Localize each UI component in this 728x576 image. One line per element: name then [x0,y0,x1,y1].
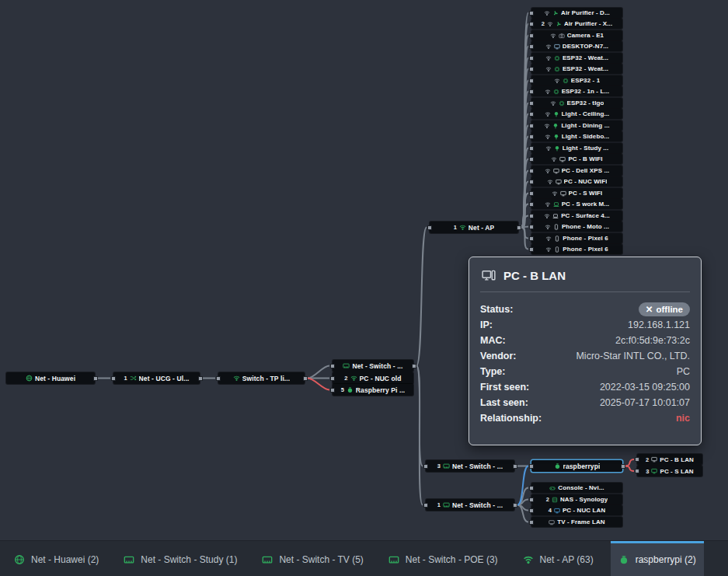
wire-sw_top-net_ap [416,228,427,366]
node-leaf17[interactable]: PC - S work M... [531,199,622,209]
node-huawei[interactable]: Net - Huawei [6,372,95,384]
tab-label: Net - AP (63) [540,554,594,565]
connector-port-left [529,247,534,252]
connector-port-left [427,225,432,230]
connector-port-left [635,457,639,462]
node-tv_frame[interactable]: TV - Frame LAN [531,517,622,527]
node-label: PC - B LAN [660,456,694,463]
node-label: Light - Sidebo... [562,133,610,140]
connector-port-right [303,376,308,381]
node-label: Phone - Pixel 6 [563,235,608,242]
connector-port-left [529,464,534,469]
node-tp[interactable]: Switch - TP li... [218,372,305,384]
chip-icon [563,78,569,84]
connector-port-left [529,124,534,128]
tab-net-switch-poe-3[interactable]: Net - Switch - POE (3) [381,541,506,576]
tv-icon [549,519,555,525]
connector-port-right [412,364,416,368]
node-label: Net - Huawei [35,375,75,382]
node-sw4[interactable]: 1Net - Switch - ... [426,499,514,511]
node-label: Raspberry Pi ... [356,386,406,394]
node-pc_b_lan[interactable]: 2PC - B LAN [637,454,702,465]
tooltip-label: Vendor: [480,351,517,361]
tooltip-value: 2c:f0:5d:9e:73:2c [615,335,690,346]
node-leaf11[interactable]: Light - Sidebo... [531,131,622,141]
port-number: 2 [546,496,549,503]
node-leaf14[interactable]: PC - Dell XPS ... [531,166,622,176]
node-label: PC - NUC WIFI [564,178,608,185]
node-console[interactable]: Console - Nvi... [531,483,622,493]
tab-raspberrypi-2[interactable]: raspberrypi (2) [611,541,704,576]
phone-icon [554,236,560,242]
tooltip-rows: Status:✕offlineIP:192.168.1.121MAC:2c:f0… [480,302,690,426]
node-pc_nuc_old[interactable]: 2PC - NUC old [333,372,413,384]
node-nas[interactable]: 2NAS - Synology [531,494,622,504]
node-leaf15[interactable]: PC - NUC WIFI [531,176,622,187]
connector-port-left [216,376,221,381]
tooltip-label: Relationship: [480,413,542,424]
tab-net-huawei-2[interactable]: Net - Huawei (2) [6,541,106,576]
connector-port-left [529,202,534,207]
node-leaf5[interactable]: ESP32 - Weat... [531,64,622,74]
fan-icon [552,10,559,16]
bulb-icon [554,145,560,152]
ethernet-icon [388,554,399,565]
connector-port-left [529,44,534,49]
port-number: 1 [454,224,457,231]
ethernet-icon [443,463,450,470]
node-leaf21[interactable]: Phone - Pixel 6 [531,244,622,254]
node-leaf4[interactable]: ESP32 - Weat... [531,53,622,63]
gamepad-icon [549,485,556,491]
node-pc_s_lan[interactable]: 3PC - S LAN [637,466,702,477]
monitor-icon [651,468,657,474]
node-leaf13[interactable]: PC - B WIFI [531,154,622,164]
node-leaf7[interactable]: ESP32 - 1n - L... [531,86,622,96]
node-leaf9[interactable]: Light - Ceiling... [531,109,622,119]
node-label: TV - Frame LAN [557,518,604,525]
close-icon: ✕ [646,304,653,315]
bottom-tab-bar: Net - Huawei (2)Net - Switch - Study (1)… [0,540,728,576]
tooltip-value: 2022-03-15 09:25:00 [600,382,690,393]
node-label: PC - NUC LAN [563,507,605,514]
node-leaf2[interactable]: Camera - E1 [531,30,622,40]
node-sw_top[interactable]: Net - Switch - ... [333,360,413,372]
tab-net-ap-63[interactable]: Net - AP (63) [515,541,601,576]
node-raspberrypi[interactable]: raspberrypi [531,460,622,472]
node-leaf8[interactable]: ESP32 - tIgo [531,98,622,108]
node-leaf19[interactable]: Phone - Moto ... [531,222,622,232]
connector-port-left [529,191,534,196]
tooltip-row: Type:PC [480,364,690,379]
node-ucg[interactable]: 1Net - UCG - Ul... [113,372,200,384]
tooltip-row: Vendor:Micro-Star INTL CO., LTD. [480,348,690,364]
node-sw3[interactable]: 3Net - Switch - ... [426,460,514,472]
port-number: 2 [542,20,545,27]
node-net_ap[interactable]: 1Net - AP [430,222,518,233]
node-rpi_wifi[interactable]: 5Raspberry Pi ... [333,384,413,396]
tab-net-switch-tv-5[interactable]: Net - Switch - TV (5) [254,541,371,576]
tab-net-switch-study-1[interactable]: Net - Switch - Study (1) [116,541,245,576]
phone-icon [553,224,559,230]
node-leaf3[interactable]: DESKTOP-N7... [531,41,622,51]
node-label: Switch - TP li... [242,375,291,382]
node-leaf6[interactable]: ESP32 - 1 [531,75,622,86]
tooltip-label: First seen: [480,382,529,393]
node-leaf10[interactable]: Light - Dining ... [531,120,622,131]
network-topology-canvas: Net - Huawei1Net - UCG - Ul...Switch - T… [0,0,728,576]
wifi-icon [545,236,552,242]
node-label: PC - Surface 4... [561,212,610,219]
tooltip-row: MAC:2c:f0:5d:9e:73:2c [480,333,690,348]
tooltip-value: 192.168.1.121 [628,319,690,330]
node-label: Air Purifier - D... [561,9,610,16]
connector-port-right [513,503,517,508]
node-leaf16[interactable]: PC - S WIFI [531,188,622,198]
connector-port-right [621,464,625,469]
node-leaf18[interactable]: PC - Surface 4... [531,211,622,221]
monitor-icon [559,156,566,162]
connector-port-left [529,33,534,38]
connector-port-left [529,180,534,184]
node-leaf1[interactable]: 2Air Purifier - X... [531,19,622,29]
node-leaf20[interactable]: Phone - Pixel 6 [531,233,622,243]
node-pc_nuc_lan[interactable]: 4PC - NUC LAN [531,505,622,515]
node-leaf12[interactable]: Light - Study ... [531,143,622,153]
node-leaf0[interactable]: Air Purifier - D... [531,8,622,18]
